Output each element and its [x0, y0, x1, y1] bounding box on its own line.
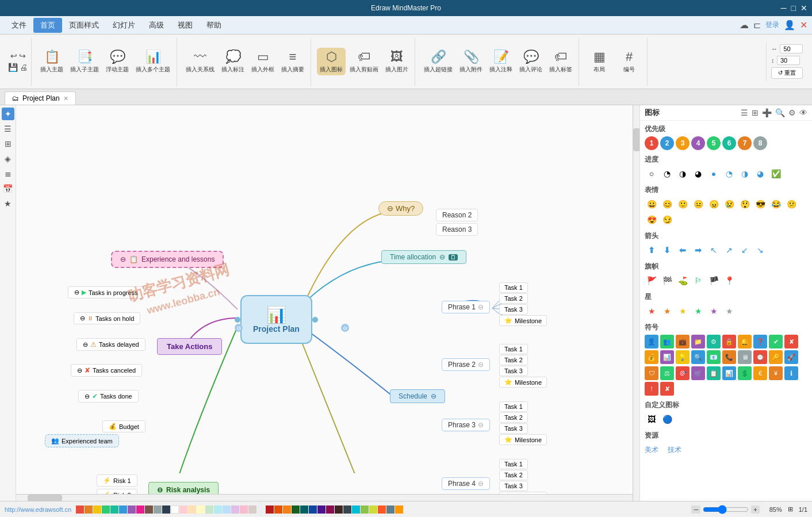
- flag-orange[interactable]: 🏁: [660, 274, 674, 288]
- panel-eye-button[interactable]: 👁: [799, 108, 807, 117]
- color-swatch-l4[interactable]: [205, 505, 213, 514]
- panel-add-button[interactable]: ➕: [762, 108, 772, 117]
- arrow-down[interactable]: ⬇: [660, 243, 674, 257]
- sym-lock[interactable]: 🔒: [722, 335, 736, 349]
- star-red[interactable]: ★: [645, 304, 658, 318]
- priority-5[interactable]: 5: [707, 136, 721, 150]
- minimize-button[interactable]: ─: [781, 3, 787, 13]
- p3-task3[interactable]: Task 3: [499, 423, 528, 434]
- share-icon[interactable]: ⊏: [753, 20, 761, 30]
- insert-relation-button[interactable]: 〰 插入关系线: [183, 48, 217, 75]
- insert-icon-button[interactable]: ⬡ 插入图标: [317, 48, 346, 75]
- arrow-upright[interactable]: ↗: [722, 243, 736, 257]
- phrase4-collapse-icon[interactable]: ⊖: [478, 480, 484, 488]
- sym-phone[interactable]: 📞: [722, 350, 736, 364]
- custom-icon-1[interactable]: 🖼: [645, 412, 658, 426]
- budget-node[interactable]: 💰 Budget: [102, 420, 145, 432]
- insert-main-topic-button[interactable]: 📋 插入主题: [37, 48, 66, 75]
- p4-task3[interactable]: Task 3: [499, 481, 528, 491]
- color-swatch-l10[interactable]: [257, 505, 265, 514]
- reset-button[interactable]: ↺ 重置: [771, 67, 803, 79]
- phrase3-collapse-icon[interactable]: ⊖: [478, 421, 484, 429]
- zoom-slider[interactable]: [703, 505, 749, 514]
- sym-no[interactable]: ✘: [660, 382, 674, 396]
- experience-node[interactable]: ⊖ 📋 Experience and lessons: [111, 251, 224, 268]
- resource-tech[interactable]: 技术: [668, 445, 681, 455]
- tasks-canceled-node[interactable]: ⊖ ✘ Tasks canceled: [71, 364, 142, 377]
- undo-button[interactable]: ↩: [10, 51, 17, 60]
- central-expand-right[interactable]: ⊖: [341, 324, 349, 332]
- tasks-in-progress-node[interactable]: ⊖ ▶ Tasks in progress: [68, 286, 144, 298]
- arrow-up[interactable]: ⬆: [645, 243, 658, 257]
- progress-done[interactable]: ✅: [769, 167, 783, 181]
- sym-key[interactable]: 🔑: [769, 350, 783, 364]
- emoji-cry[interactable]: 😢: [722, 197, 736, 211]
- sym-folder[interactable]: 📁: [691, 335, 705, 349]
- p1-task3[interactable]: Task 3: [499, 304, 528, 315]
- sym-watch[interactable]: ⌚: [753, 350, 767, 364]
- star-yellow[interactable]: ★: [676, 304, 690, 318]
- priority-6[interactable]: 6: [722, 136, 736, 150]
- p1-milestone[interactable]: ⭐Milestone: [499, 315, 547, 326]
- sym-dollar[interactable]: 💲: [738, 366, 752, 380]
- cloud-icon[interactable]: ☁: [740, 20, 749, 30]
- layout-button[interactable]: ▦ 布局: [585, 48, 614, 75]
- insert-callout-button[interactable]: 💭 插入标注: [219, 48, 247, 75]
- sym-euro[interactable]: €: [753, 366, 767, 380]
- priority-2[interactable]: 2: [660, 136, 674, 150]
- progress-25[interactable]: ◔: [660, 167, 674, 181]
- print-button[interactable]: 🖨: [20, 63, 28, 72]
- pointer-tool-button[interactable]: ✦: [2, 108, 14, 120]
- color-swatch-gray[interactable]: [154, 505, 162, 514]
- resource-art[interactable]: 美术: [645, 445, 658, 455]
- p1-task2[interactable]: Task 2: [499, 293, 528, 304]
- star-gray[interactable]: ★: [722, 304, 736, 318]
- phrase3-node[interactable]: Phrase 3 ⊖: [442, 419, 490, 431]
- flag-teal[interactable]: 🏴: [707, 274, 721, 288]
- emoji-blank[interactable]: 😐: [691, 197, 705, 211]
- sym-chart[interactable]: 📊: [660, 350, 674, 364]
- experienced-team-node[interactable]: 👥 Experienced team: [45, 434, 119, 447]
- color-swatch-red[interactable]: [76, 505, 84, 514]
- insert-multi-topic-button[interactable]: 📊 插入多个主题: [133, 48, 173, 75]
- menu-slideshow[interactable]: 幻灯片: [106, 18, 142, 33]
- star-sidebar-button[interactable]: ★: [2, 197, 14, 210]
- color-swatch-teal[interactable]: [110, 505, 118, 514]
- color-swatch-extra1[interactable]: [352, 505, 360, 514]
- tasks-delayed-node[interactable]: ⊖ ⚠ Tasks delayed: [76, 338, 145, 351]
- settings-icon[interactable]: ✕: [800, 20, 807, 30]
- redo-button[interactable]: ↪: [19, 51, 26, 60]
- emoji-love[interactable]: 😍: [645, 213, 658, 227]
- color-swatch-l2[interactable]: [188, 505, 196, 514]
- arrow-left[interactable]: ⬅: [676, 243, 690, 257]
- status-url[interactable]: http://www.edrawsoft.cn: [5, 506, 71, 513]
- color-swatch-purple[interactable]: [128, 505, 136, 514]
- why-collapse-icon[interactable]: ⊖: [387, 204, 393, 213]
- login-button[interactable]: 登录: [765, 20, 779, 30]
- color-swatch-extra5[interactable]: [386, 505, 394, 514]
- sym-bar[interactable]: 📊: [722, 366, 736, 380]
- progress-100[interactable]: ●: [707, 167, 721, 181]
- sym-rocket[interactable]: 🚀: [784, 350, 798, 364]
- color-swatch-d5[interactable]: [300, 505, 308, 514]
- flag-blue[interactable]: 📍: [722, 274, 736, 288]
- p2-milestone[interactable]: ⭐Milestone: [499, 377, 547, 388]
- insert-summary-button[interactable]: ≡ 插入摘要: [278, 48, 307, 75]
- color-swatch-brown[interactable]: [145, 505, 153, 514]
- color-swatch-l5[interactable]: [214, 505, 222, 514]
- schedule-collapse-icon[interactable]: ⊖: [431, 392, 436, 400]
- emoji-cool[interactable]: 😎: [753, 197, 767, 211]
- sym-email[interactable]: 📧: [707, 350, 721, 364]
- save-button[interactable]: 💾: [8, 63, 18, 72]
- time-collapse-icon[interactable]: ⊖: [439, 253, 445, 261]
- menu-view[interactable]: 视图: [171, 18, 200, 33]
- fit-page-button[interactable]: ⊞: [788, 505, 793, 513]
- sym-target[interactable]: 🎯: [676, 366, 690, 380]
- p3-milestone[interactable]: ⭐Milestone: [499, 434, 547, 445]
- project-plan-tab[interactable]: 🗂 Project Plan ✕: [5, 91, 76, 105]
- list-view-button[interactable]: ☰: [2, 122, 14, 135]
- progress-50[interactable]: ◑: [676, 167, 690, 181]
- color-swatch-white[interactable]: [171, 505, 179, 514]
- sym-cart[interactable]: 🛒: [691, 366, 705, 380]
- insert-image-button[interactable]: 🖼 插入图片: [382, 48, 411, 75]
